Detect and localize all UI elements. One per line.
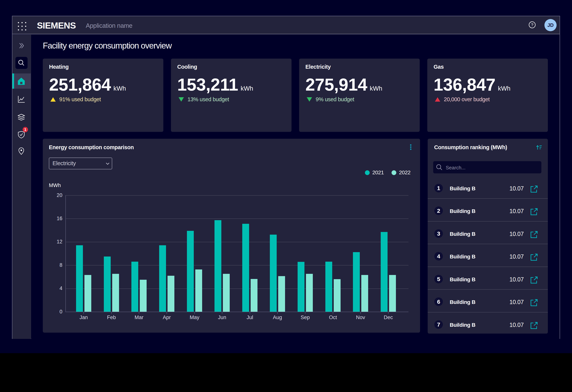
svg-text:?: ? [531, 22, 533, 27]
